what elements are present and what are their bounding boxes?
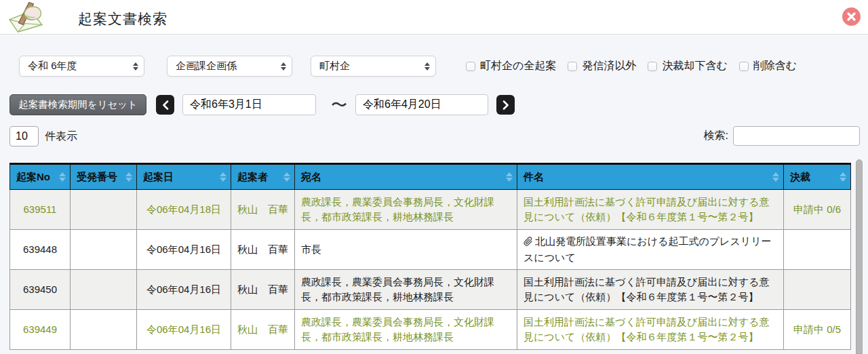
results-table: 起案No 受発番号 起案日 起案者 — [9, 163, 851, 350]
chevron-right-icon — [502, 100, 509, 110]
date-range-tilde: 〜 — [323, 94, 355, 115]
sort-arrows-icon — [59, 172, 66, 182]
sort-arrows-icon — [840, 172, 846, 182]
cell-no: 639511 — [10, 190, 71, 230]
cell-received — [71, 310, 137, 350]
section-value: 企画課企画係 — [176, 60, 237, 73]
fiscal-year-value: 令和 6年度 — [28, 60, 77, 73]
cell-recipients: 市長 — [295, 230, 517, 270]
filter-checkbox-group: 町村企の全起案 発信済以外 決裁却下含む 削除含む — [466, 56, 797, 77]
prev-period-button[interactable] — [156, 95, 174, 115]
sort-arrows-icon — [772, 172, 779, 182]
checkbox-icon — [648, 62, 657, 71]
sort-arrows-icon — [506, 172, 513, 182]
cell-recipients: 農政課長，農業委員会事務局長，文化財課長，都市政策課長，耕地林務課長 — [295, 310, 517, 350]
chevron-left-icon — [162, 100, 169, 110]
checkbox-include-rejected[interactable]: 決裁却下含む — [648, 59, 727, 73]
cell-no: 639450 — [10, 270, 71, 310]
checkbox-icon — [739, 62, 749, 71]
category-select[interactable]: 町村企 — [311, 56, 436, 77]
cell-received — [71, 270, 137, 310]
table-body: 639511令06年04月18日秋山 百華農政課長，農業委員会事務局長，文化財課… — [10, 190, 851, 350]
next-period-button[interactable] — [496, 95, 515, 115]
cell-no: 639449 — [10, 310, 71, 350]
cell-no: 639448 — [10, 230, 71, 270]
cell-recipients: 農政課長，農業委員会事務局長，文化財課長，都市政策課長，耕地林務課長 — [295, 190, 517, 230]
column-header-date[interactable]: 起案日 — [137, 164, 231, 190]
cell-approval: 申請中 0/6 — [784, 190, 851, 230]
cell-approval: 申請中 0/5 — [784, 310, 851, 350]
page-title: 起案文書検索 — [78, 9, 167, 28]
table-header-row: 起案No 受発番号 起案日 起案者 — [10, 164, 851, 190]
checkbox-label: 決裁却下含む — [662, 59, 727, 73]
cell-recipients: 農政課長，農業委員会事務局長，文化財課長，都市政策課長，耕地林務課長 — [295, 270, 517, 310]
cell-author: 秋山 百華 — [231, 230, 295, 270]
cell-subject: 国土利用計画法に基づく許可申請及び届出に対する意見について（依頼）【令和６年度第… — [517, 190, 784, 230]
checkbox-label: 削除含む — [753, 59, 797, 73]
fiscal-year-select[interactable]: 令和 6年度 — [19, 56, 144, 77]
checkbox-icon — [466, 62, 475, 71]
date-from-input[interactable] — [182, 94, 316, 115]
checkbox-label: 町村企の全起案 — [480, 59, 556, 73]
cell-date: 令06年04月16日 — [137, 230, 231, 270]
table-search-control: 検索: — [704, 126, 860, 146]
select-stepper-icon — [425, 62, 430, 71]
title-bar: 起案文書検索 — [0, 0, 868, 35]
search-panel: 令和 6年度 企画課企画係 町村企 町村企の全起案 発信済以外 決裁却下含む — [0, 35, 868, 354]
close-button[interactable] — [842, 7, 861, 26]
draft-document-search-window: 起案文書検索 令和 6年度 企画課企画係 町村企 町村企の全起案 — [0, 0, 868, 354]
cell-date: 令06年04月16日 — [137, 270, 231, 310]
cell-author: 秋山 百華 — [231, 310, 295, 350]
search-label: 検索: — [704, 129, 728, 143]
reset-period-button[interactable]: 起案書検索期間をリセット — [9, 94, 146, 115]
page-size-input[interactable] — [9, 126, 39, 146]
checkbox-include-deleted[interactable]: 削除含む — [739, 59, 797, 73]
column-header-received-no[interactable]: 受発番号 — [71, 164, 137, 190]
paperclip-icon — [524, 235, 533, 250]
table-row[interactable]: 639511令06年04月18日秋山 百華農政課長，農業委員会事務局長，文化財課… — [10, 190, 851, 230]
cell-date: 令06年04月16日 — [137, 310, 231, 350]
section-select[interactable]: 企画課企画係 — [167, 56, 292, 77]
date-to-input[interactable] — [355, 94, 488, 115]
cell-author: 秋山 百華 — [231, 270, 295, 310]
category-value: 町村企 — [319, 60, 350, 73]
cell-subject: 北山発電所設置事業における起工式のプレスリリースについて — [517, 230, 784, 270]
cell-approval — [784, 270, 851, 310]
pen-writing-on-envelope-icon — [7, 2, 45, 33]
select-stepper-icon — [133, 62, 138, 71]
cell-received — [71, 190, 137, 230]
sort-arrows-icon — [220, 172, 226, 182]
sort-arrows-icon — [125, 172, 132, 182]
cell-date: 令06年04月18日 — [137, 190, 231, 230]
column-header-approval[interactable]: 決裁 — [784, 164, 851, 190]
column-header-author[interactable]: 起案者 — [231, 164, 295, 190]
checkbox-label: 発信済以外 — [582, 59, 636, 73]
cell-subject: 国土利用計画法に基づく許可申請及び届出に対する意見について（依頼）【令和６年度第… — [517, 270, 784, 310]
cell-subject: 国土利用計画法に基づく許可申請及び届出に対する意見について（依頼）【令和６年度第… — [517, 310, 784, 350]
select-stepper-icon — [281, 62, 286, 71]
page-size-label: 件表示 — [45, 130, 77, 144]
table-row[interactable]: 639449令06年04月16日秋山 百華農政課長，農業委員会事務局長，文化財課… — [10, 310, 851, 350]
checkbox-icon — [568, 62, 577, 71]
vertical-scrollbar[interactable] — [856, 159, 863, 354]
table-row[interactable]: 639448令06年04月16日秋山 百華市長北山発電所設置事業における起工式の… — [10, 230, 851, 270]
cell-approval — [784, 230, 851, 270]
checkbox-unsent-only[interactable]: 発信済以外 — [568, 59, 636, 73]
cell-author: 秋山 百華 — [231, 190, 295, 230]
cell-received — [71, 230, 137, 270]
column-header-draft-no[interactable]: 起案No — [10, 164, 71, 190]
checkbox-all-drafts[interactable]: 町村企の全起案 — [466, 59, 556, 73]
column-header-subject[interactable]: 件名 — [517, 164, 784, 190]
results-table-wrap: 起案No 受発番号 起案日 起案者 — [9, 163, 850, 350]
sort-arrows-icon — [283, 172, 290, 182]
column-header-recipients[interactable]: 宛名 — [295, 164, 517, 190]
page-size-control: 件表示 — [9, 126, 77, 146]
table-row[interactable]: 639450令06年04月16日秋山 百華農政課長，農業委員会事務局長，文化財課… — [10, 270, 851, 310]
search-input[interactable] — [733, 126, 860, 146]
close-icon — [847, 12, 856, 21]
